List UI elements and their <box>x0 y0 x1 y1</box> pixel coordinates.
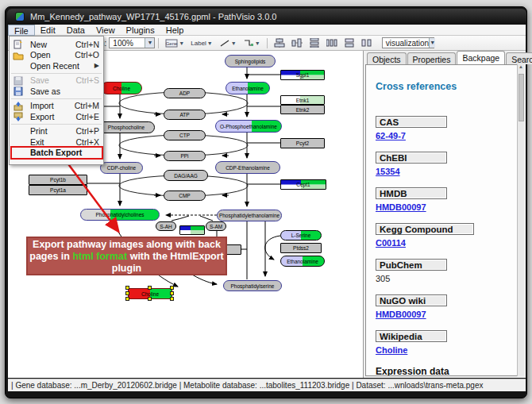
ref-header-nugo: NuGO wiki <box>376 294 447 306</box>
align-center-icon <box>274 38 285 48</box>
title-bar[interactable]: Mm_Kennedy_pathway_WP1771_45176.gpml - P… <box>7 9 526 25</box>
pathvisio-window: Mm_Kennedy_pathway_WP1771_45176.gpml - P… <box>5 6 527 398</box>
file-menu-open-recent[interactable]: Open Recent ▶ <box>10 60 103 71</box>
file-menu-print-label: Print <box>30 126 48 136</box>
file-menu-new[interactable]: New Ctrl+N <box>10 39 103 50</box>
kegg-link[interactable]: C00114 <box>376 238 406 248</box>
menu-plugins[interactable]: Plugins <box>121 25 160 36</box>
match-width-button[interactable] <box>341 37 357 49</box>
file-menu: New Ctrl+N Open Ctrl+O Open Recent ▶ Sav… <box>9 36 104 165</box>
scrollbar-thumb[interactable] <box>519 74 524 121</box>
visualization-dropdown-arrow[interactable]: ▼ <box>429 38 435 48</box>
cross-references-heading: Cross references <box>376 81 517 92</box>
nugo-link[interactable]: HMDB00097 <box>376 310 426 319</box>
tab-backpage[interactable]: Backpage <box>457 51 505 64</box>
panel-scrollbar[interactable]: ▲ <box>517 64 524 376</box>
file-menu-exit-shortcut: Ctrl+X <box>76 137 99 147</box>
import-icon <box>13 102 24 111</box>
file-menu-exit-label: Exit <box>30 137 44 147</box>
label-tool-button[interactable]: Label ▼ <box>188 37 215 49</box>
menu-separator <box>11 71 102 74</box>
file-menu-save-as-label: Save as <box>30 87 60 96</box>
zoom-combobox[interactable]: 100% ▼ <box>109 37 155 48</box>
connector-icon <box>243 39 254 48</box>
file-menu-print[interactable]: Print Ctrl+P <box>10 126 103 137</box>
file-menu-export[interactable]: Export Ctrl+E <box>10 111 103 122</box>
new-file-icon <box>13 40 24 49</box>
menu-separator <box>11 97 102 99</box>
tab-properties[interactable]: Properties <box>407 52 457 64</box>
export-icon <box>13 112 24 121</box>
ref-header-cas: CAS <box>376 116 447 128</box>
match-height-button[interactable] <box>359 37 375 49</box>
ref-value-cas: 62-49-7 <box>376 131 517 141</box>
menu-help[interactable]: Help <box>160 25 190 36</box>
save-as-disk-icon <box>13 87 24 96</box>
menu-data[interactable]: Data <box>61 25 91 36</box>
distribute-horizontal-icon <box>326 38 337 48</box>
save-disk-icon <box>13 76 24 86</box>
menu-file[interactable]: File <box>8 25 35 36</box>
status-bar: | Gene database: ...m_Derby_20120602.bri… <box>8 379 526 391</box>
batch-export-highlight-box <box>10 146 103 160</box>
file-menu-import[interactable]: Import Ctrl+M <box>10 101 103 112</box>
file-menu-new-shortcut: Ctrl+N <box>75 40 99 49</box>
tab-search[interactable]: Search <box>506 52 532 64</box>
visualization-value: visualization <box>386 39 429 48</box>
file-menu-import-label: Import <box>30 101 54 110</box>
zoom-dropdown-arrow[interactable]: ▼ <box>145 38 154 48</box>
file-menu-new-label: New <box>30 40 47 49</box>
match-width-icon <box>344 38 355 48</box>
window-title: Mm_Kennedy_pathway_WP1771_45176.gpml - P… <box>30 12 276 21</box>
side-panel-tabs: Objects Properties Backpage Search Legen… <box>367 52 532 65</box>
hmdb-link[interactable]: HMDB00097 <box>376 202 426 212</box>
align-middle-button[interactable] <box>289 37 305 49</box>
open-folder-icon <box>13 51 24 60</box>
file-menu-save-label: Save <box>30 75 49 85</box>
menu-bar: File Edit Data View Plugins Help <box>8 25 526 36</box>
align-middle-icon <box>291 38 303 48</box>
submenu-arrow-icon: ▶ <box>94 62 99 69</box>
match-height-icon <box>361 38 372 48</box>
file-menu-open-recent-label: Open Recent <box>30 61 79 71</box>
ref-value-nugo: HMDB00097 <box>376 310 517 320</box>
distribute-vertical-button[interactable] <box>306 37 322 49</box>
visualization-combobox[interactable]: visualization ▼ <box>382 37 434 48</box>
file-menu-open[interactable]: Open Ctrl+O <box>10 50 103 61</box>
ref-header-pubchem: PubChem <box>376 259 447 271</box>
distribute-horizontal-button[interactable] <box>324 37 340 49</box>
tab-objects[interactable]: Objects <box>367 52 407 64</box>
file-menu-save[interactable]: Save Ctrl+S <box>10 75 103 87</box>
screen: Mm_Kennedy_pathway_WP1771_45176.gpml - P… <box>0 0 532 404</box>
ref-value-hmdb: HMDB00097 <box>376 202 517 213</box>
side-panel: Objects Properties Backpage Search Legen… <box>364 51 526 378</box>
menu-separator <box>11 122 102 125</box>
ref-header-wikipedia: Wikipedia <box>376 330 447 342</box>
chebi-link[interactable]: 15354 <box>376 167 400 176</box>
ref-value-wikipedia: Choline <box>376 345 517 356</box>
file-menu-export-label: Export <box>30 112 54 121</box>
connector-tool-button[interactable]: ▼ <box>241 37 263 49</box>
backpage-content: Cross references CAS 62-49-7 ChEBI 15354… <box>365 64 518 376</box>
wikipedia-link[interactable]: Choline <box>376 345 407 355</box>
datanode-tool-button[interactable]: Gene ▼ <box>163 37 187 49</box>
align-center-button[interactable] <box>272 37 287 49</box>
gene-icon-text: Gene <box>166 41 178 46</box>
ref-header-chebi: ChEBI <box>376 152 447 164</box>
menu-view[interactable]: View <box>91 25 121 36</box>
cas-link[interactable]: 62-49-7 <box>376 131 406 140</box>
file-menu-export-shortcut: Ctrl+E <box>76 112 99 121</box>
menu-edit[interactable]: Edit <box>35 25 61 36</box>
file-menu-print-shortcut: Ctrl+P <box>76 126 99 136</box>
line-tool-button[interactable]: ▼ <box>217 37 239 49</box>
gene-node-icon: Gene <box>165 39 178 48</box>
file-menu-import-shortcut: Ctrl+M <box>75 101 99 110</box>
file-menu-save-as[interactable]: Save as <box>10 86 103 97</box>
ref-header-hmdb: HMDB <box>376 187 447 199</box>
app-icon <box>15 12 25 21</box>
file-menu-open-label: Open <box>30 50 51 60</box>
ref-value-pubchem: 305 <box>376 274 517 284</box>
file-menu-save-shortcut: Ctrl+S <box>76 75 99 85</box>
line-icon <box>219 39 230 48</box>
ref-value-kegg: C00114 <box>376 238 517 248</box>
